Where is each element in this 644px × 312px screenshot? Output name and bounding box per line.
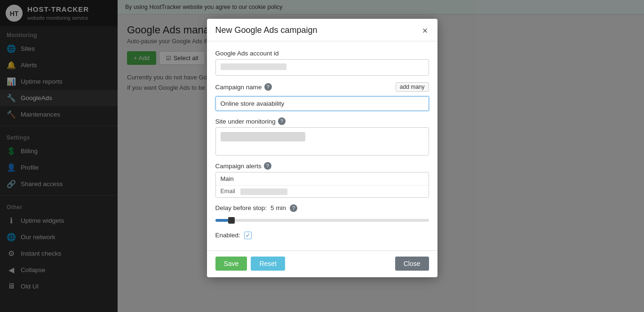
site-monitoring-help-icon[interactable]: ? bbox=[278, 117, 286, 125]
campaign-name-help-icon[interactable]: ? bbox=[264, 83, 272, 91]
email-placeholder bbox=[240, 188, 287, 195]
site-monitoring-field[interactable] bbox=[215, 127, 429, 156]
account-id-group: Google Ads account id bbox=[215, 50, 429, 76]
campaign-alerts-group: Campaign alerts ? Main Email bbox=[215, 162, 429, 198]
slider-track bbox=[215, 219, 429, 222]
close-button[interactable]: Close bbox=[395, 257, 429, 271]
delay-slider[interactable] bbox=[215, 216, 429, 225]
modal-footer: Save Reset Close bbox=[207, 250, 437, 277]
campaign-alerts-help-icon[interactable]: ? bbox=[264, 162, 271, 170]
enabled-row: Enabled: bbox=[215, 232, 429, 239]
alerts-main-row: Main bbox=[216, 172, 429, 186]
delay-value: 5 min bbox=[270, 204, 286, 211]
delay-group: Delay before stop: 5 min ? bbox=[215, 204, 429, 225]
modal-close-button[interactable]: × bbox=[421, 26, 429, 35]
enabled-checkbox[interactable] bbox=[244, 232, 252, 239]
slider-thumb[interactable] bbox=[228, 217, 235, 224]
campaign-alerts-label: Campaign alerts ? bbox=[215, 162, 429, 170]
site-tag-placeholder bbox=[221, 132, 305, 141]
footer-left: Save Reset bbox=[215, 257, 286, 271]
alerts-email-row: Email bbox=[216, 186, 429, 197]
add-many-button[interactable]: add many bbox=[396, 82, 429, 92]
campaign-name-label-row: Campaign name ? add many bbox=[215, 82, 429, 92]
modal-dialog: New Google Ads campaign × Google Ads acc… bbox=[207, 19, 437, 277]
delay-help-icon[interactable]: ? bbox=[290, 204, 297, 212]
account-id-placeholder bbox=[221, 63, 286, 70]
alerts-box: Main Email bbox=[215, 172, 429, 198]
reset-button[interactable]: Reset bbox=[251, 257, 285, 271]
modal-title: New Google Ads campaign bbox=[215, 25, 318, 35]
modal-overlay: New Google Ads campaign × Google Ads acc… bbox=[0, 0, 644, 312]
modal-header: New Google Ads campaign × bbox=[207, 19, 437, 41]
modal-body: Google Ads account id Campaign name ? ad… bbox=[207, 41, 437, 250]
campaign-name-input[interactable] bbox=[215, 96, 429, 111]
account-id-label: Google Ads account id bbox=[215, 50, 429, 57]
site-monitoring-group: Site under monitoring ? bbox=[215, 117, 429, 156]
delay-row: Delay before stop: 5 min ? bbox=[215, 204, 429, 212]
campaign-name-group: Campaign name ? add many bbox=[215, 82, 429, 111]
save-button[interactable]: Save bbox=[215, 257, 247, 271]
site-monitoring-label: Site under monitoring ? bbox=[215, 117, 429, 125]
account-id-field-wrapper bbox=[215, 59, 429, 76]
